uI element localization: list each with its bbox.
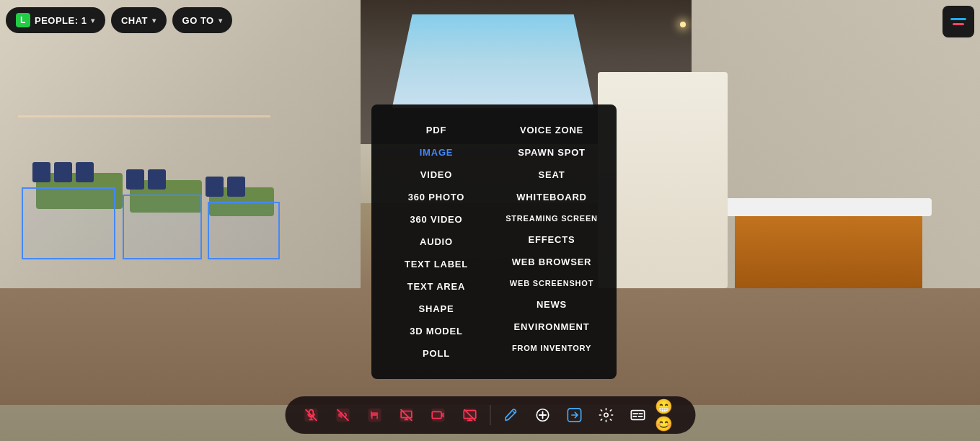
svg-rect-10 [376, 416, 378, 419]
emoji-button[interactable]: 😁😊 [655, 401, 684, 429]
floor-outline [208, 202, 280, 259]
screen-disable-button[interactable] [392, 401, 420, 429]
add-content-dropdown: PDF IMAGE VIDEO 360 PHOTO 360 VIDEO AUDI… [371, 104, 617, 379]
bottom-toolbar: 😁😊 [285, 396, 695, 434]
captions-icon [630, 407, 645, 423]
svg-rect-11 [371, 411, 372, 417]
menu-item-environment[interactable]: ENVIRONMENT [494, 316, 609, 338]
menu-item-webbrowser[interactable]: WEB BROWSER [494, 251, 609, 273]
pencil-icon [503, 407, 518, 423]
captions-button[interactable] [623, 401, 652, 429]
goto-label: GO TO [182, 15, 214, 26]
menu-item-image[interactable]: IMAGE [379, 141, 494, 164]
partition-panel [598, 72, 728, 288]
menu-item-video[interactable]: VIDEO [379, 164, 494, 186]
camera-button[interactable] [423, 401, 452, 429]
chat-label: CHAT [121, 15, 148, 26]
chair [76, 162, 94, 182]
chat-chevron: ▾ [152, 17, 156, 24]
people-label: PEOPLE: 1 [35, 15, 87, 26]
user-avatar-icon: L [16, 13, 30, 27]
menu-item-streamingscreen[interactable]: STREAMING SCREEN [494, 208, 609, 228]
screen-share-button[interactable] [455, 401, 484, 429]
mute-audio-button[interactable] [328, 401, 357, 429]
reception-desk [735, 159, 922, 288]
chair [227, 177, 245, 197]
menu-item-poll[interactable]: POLL [379, 342, 494, 365]
menu-item-audio[interactable]: AUDIO [379, 231, 494, 253]
chair [206, 177, 224, 197]
top-nav: L PEOPLE: 1 ▾ CHAT ▾ GO TO ▾ [6, 6, 974, 35]
plus-icon [534, 407, 550, 423]
settings-button[interactable] [591, 401, 620, 429]
screen-off-icon [398, 407, 414, 423]
dropdown-left-column: PDF IMAGE VIDEO 360 PHOTO 360 VIDEO AUDI… [379, 119, 494, 365]
svg-line-25 [513, 411, 515, 414]
gear-icon [598, 407, 614, 423]
chair [32, 162, 50, 182]
menu-line-blue [950, 18, 966, 20]
menu-item-effects[interactable]: EFFECTS [494, 228, 609, 251]
menu-item-webscreenshot[interactable]: WEB SCREENSHOT [494, 273, 609, 293]
menu-item-frominventory[interactable]: FROM INVENTORY [494, 338, 609, 358]
menu-item-spawnspot[interactable]: SPAWN SPOT [494, 141, 609, 164]
sit-icon [366, 407, 382, 423]
goto-button[interactable]: GO TO ▾ [172, 7, 233, 33]
svg-point-30 [604, 413, 608, 417]
mute-mic-button[interactable] [296, 401, 325, 429]
goto-chevron: ▾ [218, 17, 223, 24]
menu-item-textarea[interactable]: TEXT AREA [379, 275, 494, 298]
menu-line-red [953, 23, 964, 25]
people-button[interactable]: L PEOPLE: 1 ▾ [6, 7, 105, 33]
sit-button[interactable] [360, 401, 389, 429]
reception-desk-top [725, 198, 932, 216]
mic-off-icon [303, 407, 319, 423]
dropdown-right-column: VOICE ZONE SPAWN SPOT SEAT WHITEBOARD ST… [494, 119, 609, 365]
furniture-area-left [14, 115, 361, 295]
svg-rect-31 [631, 411, 644, 420]
emoji-icon: 😁😊 [655, 398, 684, 432]
floor-outline [22, 187, 115, 259]
hamburger-menu-button[interactable] [943, 6, 974, 37]
menu-item-voicezone[interactable]: VOICE ZONE [494, 119, 609, 141]
enter-button[interactable] [560, 401, 588, 429]
draw-button[interactable] [496, 401, 525, 429]
menu-item-whiteboard[interactable]: WHITEBOARD [494, 186, 609, 208]
floor-outline [123, 195, 202, 259]
menu-item-360video[interactable]: 360 VIDEO [379, 208, 494, 231]
enter-icon [566, 407, 582, 423]
add-button[interactable] [528, 401, 557, 429]
chair [148, 169, 166, 190]
menu-item-360photo[interactable]: 360 PHOTO [379, 186, 494, 208]
menu-item-pdf[interactable]: PDF [379, 119, 494, 141]
menu-item-shape[interactable]: SHAPE [379, 298, 494, 320]
reception-desk-body [735, 202, 922, 288]
chair [126, 169, 144, 190]
menu-item-seat[interactable]: SEAT [494, 164, 609, 186]
menu-item-textlabel[interactable]: TEXT LABEL [379, 253, 494, 275]
screen-share-icon [462, 407, 477, 423]
camera-icon [430, 407, 446, 423]
people-chevron: ▾ [91, 17, 95, 24]
toolbar-separator [490, 405, 490, 425]
chair [54, 162, 72, 182]
audio-off-icon [335, 407, 350, 423]
svg-rect-8 [371, 412, 377, 416]
menu-item-3dmodel[interactable]: 3D MODEL [379, 320, 494, 342]
menu-item-news[interactable]: NEWS [494, 293, 609, 316]
chat-button[interactable]: CHAT ▾ [111, 7, 167, 33]
